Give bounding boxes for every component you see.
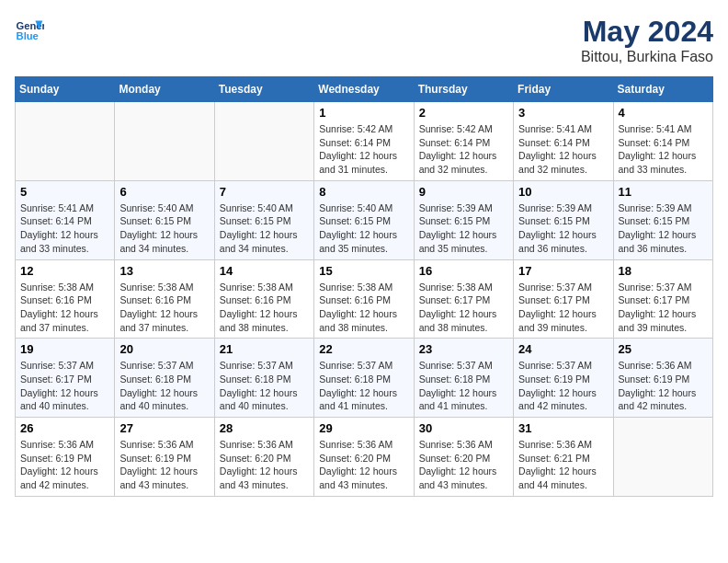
day-info: Sunrise: 5:38 AM Sunset: 6:16 PM Dayligh…: [319, 281, 408, 335]
calendar-header-tuesday: Tuesday: [214, 77, 313, 102]
day-number: 7: [220, 185, 309, 199]
calendar-cell: 3Sunrise: 5:41 AM Sunset: 6:14 PM Daylig…: [514, 102, 613, 181]
day-info: Sunrise: 5:40 AM Sunset: 6:15 PM Dayligh…: [220, 201, 309, 256]
day-info: Sunrise: 5:36 AM Sunset: 6:19 PM Dayligh…: [20, 438, 109, 492]
day-number: 10: [518, 185, 608, 199]
day-info: Sunrise: 5:37 AM Sunset: 6:18 PM Dayligh…: [319, 359, 408, 413]
calendar-cell: 1Sunrise: 5:42 AM Sunset: 6:14 PM Daylig…: [314, 102, 414, 181]
calendar-cell: 20Sunrise: 5:37 AM Sunset: 6:18 PM Dayli…: [115, 339, 214, 418]
calendar-cell: 21Sunrise: 5:37 AM Sunset: 6:18 PM Dayli…: [214, 339, 313, 418]
day-number: 31: [518, 421, 608, 435]
day-info: Sunrise: 5:39 AM Sunset: 6:15 PM Dayligh…: [619, 201, 708, 256]
day-info: Sunrise: 5:41 AM Sunset: 6:14 PM Dayligh…: [619, 122, 708, 177]
day-info: Sunrise: 5:37 AM Sunset: 6:18 PM Dayligh…: [220, 359, 309, 413]
calendar-cell: 6Sunrise: 5:40 AM Sunset: 6:15 PM Daylig…: [115, 180, 214, 259]
calendar-header-saturday: Saturday: [613, 77, 712, 102]
day-info: Sunrise: 5:37 AM Sunset: 6:19 PM Dayligh…: [518, 359, 608, 413]
day-number: 1: [319, 106, 408, 120]
day-number: 12: [20, 264, 109, 278]
day-info: Sunrise: 5:36 AM Sunset: 6:19 PM Dayligh…: [619, 359, 708, 413]
calendar-cell: 28Sunrise: 5:36 AM Sunset: 6:20 PM Dayli…: [214, 418, 313, 497]
calendar-week-row: 1Sunrise: 5:42 AM Sunset: 6:14 PM Daylig…: [16, 102, 713, 181]
day-info: Sunrise: 5:37 AM Sunset: 6:18 PM Dayligh…: [119, 359, 209, 413]
location-title: Bittou, Burkina Faso: [581, 49, 713, 65]
calendar-cell: 16Sunrise: 5:38 AM Sunset: 6:17 PM Dayli…: [414, 259, 513, 339]
day-number: 8: [319, 185, 408, 199]
calendar-cell: 2Sunrise: 5:42 AM Sunset: 6:14 PM Daylig…: [414, 102, 513, 181]
calendar-header-sunday: Sunday: [16, 77, 115, 102]
day-info: Sunrise: 5:37 AM Sunset: 6:17 PM Dayligh…: [619, 281, 708, 335]
day-number: 2: [419, 106, 508, 120]
day-number: 16: [419, 264, 508, 278]
calendar-cell: 15Sunrise: 5:38 AM Sunset: 6:16 PM Dayli…: [314, 259, 414, 339]
calendar-header-row: SundayMondayTuesdayWednesdayThursdayFrid…: [16, 77, 713, 102]
calendar-week-row: 19Sunrise: 5:37 AM Sunset: 6:17 PM Dayli…: [16, 339, 713, 418]
day-info: Sunrise: 5:41 AM Sunset: 6:14 PM Dayligh…: [20, 201, 109, 256]
calendar-header-wednesday: Wednesday: [314, 77, 414, 102]
calendar-table: SundayMondayTuesdayWednesdayThursdayFrid…: [15, 76, 713, 497]
calendar-cell: 14Sunrise: 5:38 AM Sunset: 6:16 PM Dayli…: [214, 259, 313, 339]
day-info: Sunrise: 5:41 AM Sunset: 6:14 PM Dayligh…: [518, 122, 608, 177]
calendar-cell: 24Sunrise: 5:37 AM Sunset: 6:19 PM Dayli…: [514, 339, 613, 418]
calendar-header-friday: Friday: [514, 77, 613, 102]
page-header: General Blue May 2024 Bittou, Burkina Fa…: [15, 15, 713, 65]
day-number: 24: [518, 342, 608, 356]
calendar-cell: 30Sunrise: 5:36 AM Sunset: 6:20 PM Dayli…: [414, 418, 513, 497]
calendar-cell: [214, 102, 313, 181]
calendar-cell: 17Sunrise: 5:37 AM Sunset: 6:17 PM Dayli…: [514, 259, 613, 339]
calendar-cell: 5Sunrise: 5:41 AM Sunset: 6:14 PM Daylig…: [16, 180, 115, 259]
day-info: Sunrise: 5:37 AM Sunset: 6:17 PM Dayligh…: [518, 281, 608, 335]
day-number: 25: [619, 342, 708, 356]
svg-text:Blue: Blue: [17, 30, 39, 41]
calendar-cell: 11Sunrise: 5:39 AM Sunset: 6:15 PM Dayli…: [613, 180, 712, 259]
day-info: Sunrise: 5:37 AM Sunset: 6:17 PM Dayligh…: [20, 359, 109, 413]
calendar-cell: 26Sunrise: 5:36 AM Sunset: 6:19 PM Dayli…: [16, 418, 115, 497]
calendar-cell: 22Sunrise: 5:37 AM Sunset: 6:18 PM Dayli…: [314, 339, 414, 418]
day-number: 17: [518, 264, 608, 278]
day-info: Sunrise: 5:38 AM Sunset: 6:16 PM Dayligh…: [20, 281, 109, 335]
day-number: 30: [419, 421, 508, 435]
day-info: Sunrise: 5:39 AM Sunset: 6:15 PM Dayligh…: [518, 201, 608, 256]
calendar-cell: [115, 102, 214, 181]
calendar-cell: 19Sunrise: 5:37 AM Sunset: 6:17 PM Dayli…: [16, 339, 115, 418]
day-info: Sunrise: 5:42 AM Sunset: 6:14 PM Dayligh…: [419, 122, 508, 177]
day-number: 27: [119, 421, 209, 435]
day-info: Sunrise: 5:37 AM Sunset: 6:18 PM Dayligh…: [419, 359, 508, 413]
day-number: 11: [619, 185, 708, 199]
day-info: Sunrise: 5:42 AM Sunset: 6:14 PM Dayligh…: [319, 122, 408, 177]
calendar-cell: 18Sunrise: 5:37 AM Sunset: 6:17 PM Dayli…: [613, 259, 712, 339]
day-number: 23: [419, 342, 508, 356]
day-number: 5: [20, 185, 109, 199]
calendar-cell: 12Sunrise: 5:38 AM Sunset: 6:16 PM Dayli…: [16, 259, 115, 339]
calendar-cell: 4Sunrise: 5:41 AM Sunset: 6:14 PM Daylig…: [613, 102, 712, 181]
day-info: Sunrise: 5:36 AM Sunset: 6:20 PM Dayligh…: [319, 438, 408, 492]
calendar-cell: 10Sunrise: 5:39 AM Sunset: 6:15 PM Dayli…: [514, 180, 613, 259]
logo-icon: General Blue: [15, 15, 44, 44]
day-number: 14: [220, 264, 309, 278]
calendar-cell: [613, 418, 712, 497]
calendar-cell: 29Sunrise: 5:36 AM Sunset: 6:20 PM Dayli…: [314, 418, 414, 497]
calendar-week-row: 26Sunrise: 5:36 AM Sunset: 6:19 PM Dayli…: [16, 418, 713, 497]
day-number: 20: [119, 342, 209, 356]
calendar-cell: [16, 102, 115, 181]
calendar-header-thursday: Thursday: [414, 77, 513, 102]
day-info: Sunrise: 5:36 AM Sunset: 6:20 PM Dayligh…: [419, 438, 508, 492]
day-info: Sunrise: 5:36 AM Sunset: 6:21 PM Dayligh…: [518, 438, 608, 492]
day-number: 13: [119, 264, 209, 278]
day-number: 18: [619, 264, 708, 278]
day-info: Sunrise: 5:38 AM Sunset: 6:17 PM Dayligh…: [419, 281, 508, 335]
day-info: Sunrise: 5:40 AM Sunset: 6:15 PM Dayligh…: [119, 201, 209, 256]
day-number: 26: [20, 421, 109, 435]
day-number: 22: [319, 342, 408, 356]
calendar-cell: 31Sunrise: 5:36 AM Sunset: 6:21 PM Dayli…: [514, 418, 613, 497]
month-title: May 2024: [581, 15, 713, 49]
calendar-cell: 25Sunrise: 5:36 AM Sunset: 6:19 PM Dayli…: [613, 339, 712, 418]
calendar-week-row: 12Sunrise: 5:38 AM Sunset: 6:16 PM Dayli…: [16, 259, 713, 339]
day-info: Sunrise: 5:38 AM Sunset: 6:16 PM Dayligh…: [119, 281, 209, 335]
day-number: 9: [419, 185, 508, 199]
day-number: 4: [619, 106, 708, 120]
calendar-cell: 8Sunrise: 5:40 AM Sunset: 6:15 PM Daylig…: [314, 180, 414, 259]
day-info: Sunrise: 5:40 AM Sunset: 6:15 PM Dayligh…: [319, 201, 408, 256]
calendar-header-monday: Monday: [115, 77, 214, 102]
day-info: Sunrise: 5:39 AM Sunset: 6:15 PM Dayligh…: [419, 201, 508, 256]
